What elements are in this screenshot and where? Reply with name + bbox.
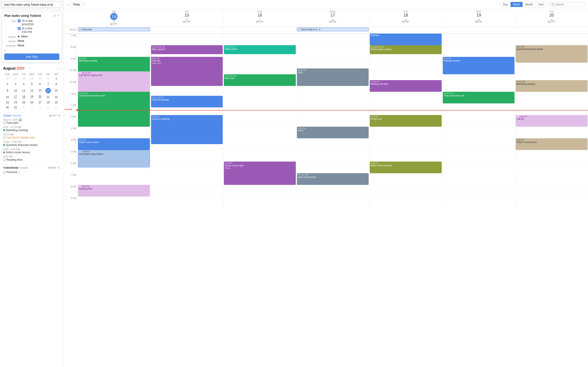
mini-cal-day[interactable]: 6 xyxy=(36,82,44,87)
mini-cal-day[interactable]: 3 xyxy=(36,105,44,110)
calendar-event[interactable]: 3:00 PMEmail xyxy=(297,127,369,138)
day-header-6[interactable]: THU 20 ☁ 89°/77° xyxy=(515,9,588,27)
mini-cal-day[interactable]: 16 xyxy=(4,94,11,100)
calendar-event[interactable]: 4:00 PMSofia's music lesson xyxy=(78,138,150,150)
calendar-event[interactable]: 12:00 PMQuarterly financials review xyxy=(78,92,150,127)
mini-cal-day[interactable]: 30 xyxy=(36,76,44,81)
calendar-event[interactable]: 9:00 AMTrail rideState Park xyxy=(151,57,223,86)
day-header-3[interactable]: MON 17 ☁ 89°/76° xyxy=(296,9,369,27)
calendar-event[interactable]: 8:00 AMWater plants xyxy=(224,45,296,54)
mini-cal-day[interactable]: 29 xyxy=(28,76,36,81)
mini-cal-day[interactable]: 30 xyxy=(4,105,11,110)
cal-today-button[interactable]: Today xyxy=(70,2,82,7)
mini-cal-day[interactable]: 14 xyxy=(44,87,52,94)
day-header-4[interactable]: TUE 18 ☁ 89°/76° xyxy=(369,9,442,27)
mini-cal-day[interactable]: 26 xyxy=(4,76,11,81)
mini-cal-day[interactable]: 4 xyxy=(20,82,27,87)
mini-cal-day[interactable]: 18 xyxy=(20,94,27,100)
task-checkbox[interactable] xyxy=(3,136,6,139)
mini-cal-day[interactable]: 19 xyxy=(28,94,36,100)
calendar-event[interactable]: 4:00 PMSofia's music lesson xyxy=(516,138,588,150)
mini-cal-day[interactable]: 31 xyxy=(12,105,19,110)
main-search-input[interactable] xyxy=(2,2,61,8)
mini-cal-day[interactable]: 17 xyxy=(12,94,19,100)
mini-cal-day[interactable]: 23 xyxy=(4,100,11,105)
mini-cal-day[interactable]: 9 xyxy=(4,87,11,94)
mini-cal-day[interactable]: 4 xyxy=(44,105,52,110)
mini-cal-day[interactable]: 11 xyxy=(20,87,27,94)
day-header-5[interactable]: WED 19 ☁ 88°/75° xyxy=(442,9,515,27)
allday-event[interactable]: Feed pets xyxy=(78,27,150,31)
on-a-day-checkbox[interactable] xyxy=(18,19,21,22)
mini-cal-day[interactable]: 13 xyxy=(36,87,44,94)
cal-next-button[interactable]: › xyxy=(84,3,85,6)
calendar-event[interactable]: 10:30 AMMow lawn xyxy=(224,74,296,86)
mini-cal-day[interactable]: 5 xyxy=(52,105,60,110)
mini-cal-day[interactable]: 1 xyxy=(52,76,60,81)
mini-cal-day[interactable]: 1 xyxy=(20,105,27,110)
calendar-event[interactable]: 10:15 AMCall Vet for Sophie visit xyxy=(78,71,150,95)
calendar-event[interactable]: 2:00 PMDesign call xyxy=(370,115,442,127)
mini-cal-day[interactable]: 12 xyxy=(28,87,36,94)
mini-cal-day[interactable]: 15 xyxy=(52,87,60,94)
mini-cal-day[interactable]: 2 xyxy=(4,82,11,87)
task-checkbox[interactable] xyxy=(3,159,6,161)
cal-prev-button[interactable]: ‹ xyxy=(68,3,69,6)
minimize-icon[interactable]: ⊟ xyxy=(53,14,56,17)
calendar-event[interactable]: 6:00 PMMake delicious dinner xyxy=(370,162,442,173)
day-header-0[interactable]: FRI 14 ⛈ 92°/77° xyxy=(77,9,150,27)
tab-week[interactable]: Week xyxy=(510,2,523,7)
calendar-event[interactable]: 12:00 PM ✓Team production call xyxy=(443,92,515,103)
mini-cal-day[interactable]: 28 xyxy=(44,100,52,105)
mini-cal-day[interactable]: 8 xyxy=(52,82,60,87)
calendar-event[interactable]: 6:00 PMFamily movie nightHome xyxy=(224,162,296,185)
mini-cal-day[interactable]: 10 xyxy=(12,87,19,94)
mini-cal-day[interactable]: 22 xyxy=(52,94,60,100)
tomorrow-task-chevron[interactable]: ▾ xyxy=(18,171,19,174)
calendar-event[interactable]: 11:00 AMMarketing meeting xyxy=(516,80,588,92)
mini-cal-day[interactable]: 26 xyxy=(28,100,36,105)
task-checkbox[interactable] xyxy=(3,122,6,124)
tab-month[interactable]: Month xyxy=(523,2,535,7)
mini-cal-day[interactable]: 5 xyxy=(28,82,36,87)
day-header-2[interactable]: SUN 16 ⛈ 89°/76° xyxy=(223,9,296,27)
mini-cal-prev[interactable]: ‹ xyxy=(57,67,58,70)
calendar-event[interactable]: 5:00 PMPlan tasks using Todoist xyxy=(78,150,150,167)
cal-search-input[interactable] xyxy=(555,3,582,6)
calendar-event[interactable]: 8:00 AM⟳Social media posting xyxy=(370,45,442,54)
mini-cal-day[interactable]: 25 xyxy=(20,100,27,105)
mini-cal-day[interactable]: 27 xyxy=(36,100,44,105)
allday-event[interactable]: Send email to te...⟳ xyxy=(297,27,369,31)
calendar-event[interactable]: 8:00 PMReading time xyxy=(78,185,150,196)
mini-cal-day[interactable]: 29 xyxy=(52,100,60,105)
calendar-event[interactable]: 11:00 AMMeeting with Alex xyxy=(370,80,442,92)
calendar-event[interactable]: 2:00 PMGrocery shopping xyxy=(151,115,223,144)
mini-cal-day[interactable]: 3 xyxy=(12,82,19,87)
mini-cal-day[interactable]: 27 xyxy=(12,76,19,81)
tomorrow-task-checkbox[interactable] xyxy=(3,171,6,174)
mini-cal-day[interactable]: 24 xyxy=(12,100,19,105)
calendar-event[interactable]: 2:00 PMCall Ed xyxy=(516,115,588,127)
calendar-event[interactable]: 8:00 AM⟳Take vitamins xyxy=(151,45,223,54)
tab-day[interactable]: Day xyxy=(500,2,510,7)
tab-year[interactable]: Year xyxy=(536,2,546,7)
cal-grid[interactable]: 7 AM8 AM9 AM10 AM11 AMnoon1 PM2 PM3 PM4 … xyxy=(64,33,588,367)
mini-cal-next[interactable]: › xyxy=(60,67,61,70)
mini-cal-day[interactable]: 7 xyxy=(44,82,52,87)
mini-cal-day[interactable]: 21 xyxy=(44,94,52,100)
calendar-event[interactable]: 10:00 AMCalls xyxy=(297,68,369,86)
calendar-event[interactable]: Exercise xyxy=(370,33,442,45)
calendar-event[interactable]: 7:00 PMTake out recycling xyxy=(297,173,369,185)
add-task-button[interactable]: Add Task xyxy=(4,53,59,60)
mini-cal-day[interactable]: 28 xyxy=(20,76,27,81)
mini-cal-day[interactable]: 2 xyxy=(28,105,36,110)
form-chevron-down[interactable]: ▾ xyxy=(4,49,5,52)
calendar-event[interactable]: 12:15 PMClean the garage xyxy=(151,96,223,108)
calendar-event[interactable]: 8:00 AMQuarterly financials review xyxy=(516,45,588,63)
at-a-time-checkbox[interactable] xyxy=(18,27,21,30)
mini-cal-day[interactable]: 20 xyxy=(36,94,44,100)
mini-cal-day[interactable]: 31 xyxy=(44,76,52,81)
checkmark-icon[interactable]: ✓ xyxy=(57,14,59,17)
calendar-event[interactable]: 9:00 AMPodcast session xyxy=(443,57,515,74)
day-header-1[interactable]: SAT 15 ⛅ 90°/78° xyxy=(150,9,223,27)
